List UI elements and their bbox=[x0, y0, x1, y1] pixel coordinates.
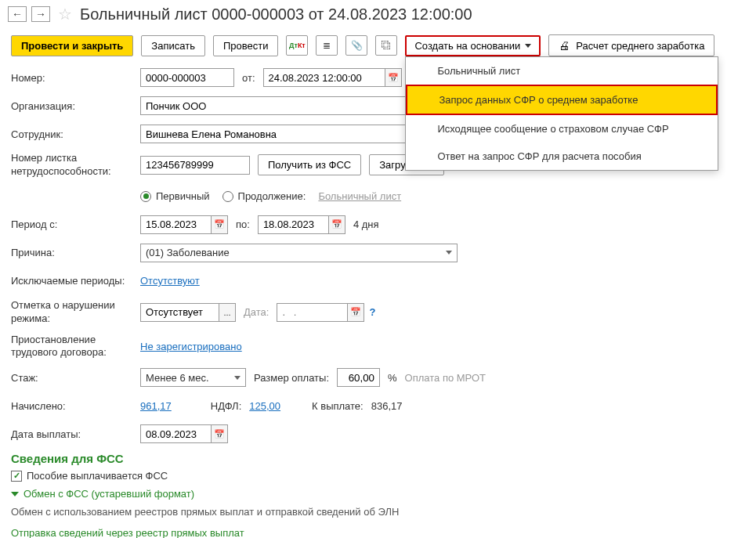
calc-avg-label: Расчет среднего заработка bbox=[576, 40, 704, 52]
mrot-text: Оплата по МРОТ bbox=[405, 372, 486, 384]
continuation-label: Продолжение: bbox=[238, 190, 306, 202]
fss-info-text: Обмен с использованием реестров прямых в… bbox=[11, 506, 745, 518]
favorite-star-icon[interactable]: ☆ bbox=[58, 5, 72, 23]
dropdown-item-sfr-reply[interactable]: Ответ на запрос СФР для расчета пособия bbox=[406, 143, 718, 170]
calc-avg-button[interactable]: Расчет среднего заработка bbox=[548, 34, 714, 56]
submit-button[interactable]: Провести bbox=[213, 35, 279, 56]
fss-section-title: Сведения для ФСС bbox=[11, 452, 745, 465]
excluded-label: Исключаемые периоды: bbox=[11, 275, 140, 287]
pay-size-label: Размер оплаты: bbox=[254, 372, 329, 384]
submit-close-button[interactable]: Провести и закрыть bbox=[11, 35, 133, 56]
dropdown-item-sick-leave[interactable]: Больничный лист bbox=[406, 57, 718, 85]
period-from-label: Период с: bbox=[11, 218, 140, 230]
sheet-no-label: Номер листка нетрудоспособности: bbox=[11, 152, 140, 179]
employee-label: Сотрудник: bbox=[11, 128, 140, 140]
suspension-label: Приостановление трудового договора: bbox=[11, 334, 140, 360]
days-text: 4 дня bbox=[353, 218, 379, 230]
employee-input[interactable] bbox=[140, 125, 418, 143]
dropdown-item-outgoing-msg[interactable]: Исходящее сообщение о страховом случае С… bbox=[406, 115, 718, 143]
page-title: Больничный лист 0000-000003 от 24.08.202… bbox=[80, 5, 472, 23]
fss-exchange-collapsible[interactable]: Обмен с ФСС (устаревший формат) bbox=[11, 488, 745, 500]
fss-paid-label: Пособие выплачивается ФСС bbox=[27, 470, 168, 482]
datetime-input[interactable] bbox=[263, 68, 385, 87]
pay-date-input[interactable] bbox=[140, 424, 211, 443]
fss-send-title: Отправка сведений через реестр прямых вы… bbox=[11, 527, 745, 538]
primary-label: Первичный bbox=[156, 190, 210, 202]
radio-unchecked-icon bbox=[222, 191, 233, 202]
chevron-down-icon bbox=[446, 251, 452, 255]
period-from-input[interactable] bbox=[140, 215, 211, 234]
continuation-link: Больничный лист bbox=[318, 190, 401, 202]
get-fss-button[interactable]: Получить из ФСС bbox=[258, 154, 361, 175]
seniority-value: Менее 6 мес. bbox=[146, 372, 209, 384]
attachment-icon[interactable]: 📎 bbox=[345, 35, 367, 56]
help-icon[interactable]: ? bbox=[369, 306, 375, 318]
calendar-icon[interactable]: 📅 bbox=[385, 68, 402, 87]
violation-label: Отметка о нарушении режима: bbox=[11, 299, 140, 326]
create-based-dropdown-menu: Больничный лист Запрос данных СФР о сред… bbox=[405, 56, 718, 171]
sheet-no-input[interactable] bbox=[140, 156, 250, 175]
chevron-down-icon bbox=[525, 44, 531, 48]
number-input[interactable] bbox=[140, 68, 234, 87]
primary-radio[interactable]: Первичный bbox=[140, 190, 210, 202]
fss-exchange-label: Обмен с ФСС (устаревший формат) bbox=[24, 488, 194, 500]
date-label: Дата: bbox=[244, 306, 269, 318]
structure-icon[interactable]: ⿻ bbox=[375, 35, 397, 56]
seniority-select[interactable]: Менее 6 мес. bbox=[140, 368, 246, 387]
nav-back-button[interactable]: ← bbox=[8, 6, 27, 22]
dt-kt-icon[interactable]: ДтКт bbox=[286, 35, 308, 56]
number-label: Номер: bbox=[11, 72, 140, 84]
period-to-input[interactable] bbox=[258, 215, 328, 234]
checkbox-checked-icon: ✓ bbox=[11, 471, 22, 482]
from-label: от: bbox=[242, 72, 255, 84]
reason-value: (01) Заболевание bbox=[146, 247, 230, 258]
to-label: по: bbox=[236, 218, 250, 230]
chevron-down-icon bbox=[11, 492, 19, 496]
accrued-link[interactable]: 961,17 bbox=[140, 400, 172, 412]
nav-forward-button[interactable]: → bbox=[31, 6, 50, 22]
ndfl-link[interactable]: 125,00 bbox=[249, 400, 280, 412]
reason-label: Причина: bbox=[11, 247, 140, 258]
payout-value: 836,17 bbox=[371, 400, 403, 412]
radio-checked-icon bbox=[140, 191, 151, 202]
suspension-link[interactable]: Не зарегистрировано bbox=[140, 341, 242, 352]
calendar-icon[interactable]: 📅 bbox=[347, 303, 364, 322]
seniority-label: Стаж: bbox=[11, 372, 140, 384]
violation-date-input[interactable] bbox=[277, 303, 347, 322]
percent-sign: % bbox=[388, 372, 397, 384]
ellipsis-button[interactable]: ... bbox=[219, 303, 236, 322]
create-based-label: Создать на основании bbox=[414, 40, 520, 52]
list-icon[interactable]: ≣ bbox=[316, 35, 338, 56]
ndfl-label: НДФЛ: bbox=[211, 400, 242, 412]
accrued-label: Начислено: bbox=[11, 400, 140, 412]
pay-size-input[interactable] bbox=[337, 368, 380, 387]
printer-icon bbox=[559, 39, 573, 52]
payout-label: К выплате: bbox=[312, 400, 364, 412]
chevron-down-icon bbox=[234, 376, 241, 380]
excluded-link[interactable]: Отсутствуют bbox=[140, 275, 200, 287]
org-label: Организация: bbox=[11, 100, 140, 112]
violation-input[interactable] bbox=[140, 303, 219, 322]
fss-paid-checkbox[interactable]: ✓ Пособие выплачивается ФСС bbox=[11, 470, 745, 482]
dropdown-item-sfr-request[interactable]: Запрос данных СФР о среднем заработке bbox=[406, 85, 718, 115]
calendar-icon[interactable]: 📅 bbox=[211, 215, 228, 234]
calendar-icon[interactable]: 📅 bbox=[211, 424, 228, 443]
calendar-icon[interactable]: 📅 bbox=[328, 215, 345, 234]
save-button[interactable]: Записать bbox=[141, 35, 205, 56]
pay-date-label: Дата выплаты: bbox=[11, 428, 140, 440]
continuation-radio[interactable]: Продолжение: bbox=[222, 190, 306, 202]
create-based-dropdown-button[interactable]: Создать на основании bbox=[405, 35, 541, 56]
reason-select[interactable]: (01) Заболевание bbox=[140, 244, 458, 262]
org-input[interactable] bbox=[140, 96, 418, 115]
